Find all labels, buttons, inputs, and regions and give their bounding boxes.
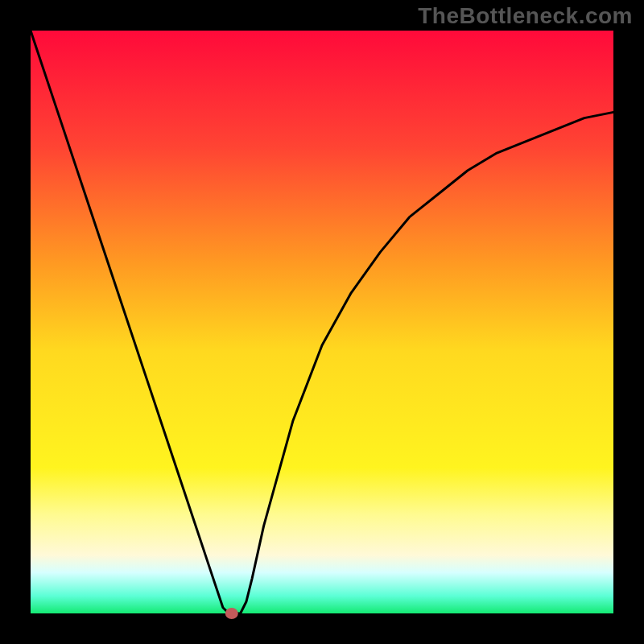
plot-background	[31, 31, 613, 613]
watermark-text: TheBottleneck.com	[418, 3, 633, 29]
optimal-point-marker	[225, 608, 238, 619]
chart-frame: TheBottleneck.com	[0, 0, 644, 644]
bottleneck-chart	[0, 0, 644, 644]
